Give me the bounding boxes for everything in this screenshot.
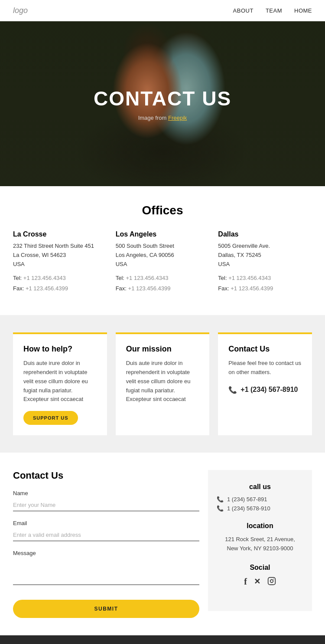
phone-item-1: 📞 1 (234) 567-891 xyxy=(217,496,303,503)
office-fax[interactable]: +1 123.456.4399 xyxy=(231,285,273,292)
info-card-title: Our mission xyxy=(126,345,199,354)
office-name: La Crosse xyxy=(13,230,107,238)
phone-2: 1 (234) 5678-910 xyxy=(227,505,270,512)
info-section: How to help? Duis aute irure dolor in re… xyxy=(0,315,325,453)
office-los-angeles: Los Angeles 500 South South StreetLos An… xyxy=(116,230,210,293)
facebook-icon[interactable]: f xyxy=(244,577,247,588)
location-section: location 121 Rock Sreet, 21 Avenue, New … xyxy=(217,522,303,553)
email-label: Email xyxy=(13,520,199,526)
office-dallas: Dallas 5005 Greenville Ave.Dallas, TX 75… xyxy=(218,230,312,293)
offices-title: Offices xyxy=(13,204,312,217)
hero-caption-text: Image from xyxy=(138,115,167,121)
hero-caption: Image from Freepik xyxy=(94,115,231,121)
freepik-link[interactable]: Freepik xyxy=(168,115,187,121)
svg-rect-0 xyxy=(268,577,275,585)
phone-icon-2: 📞 xyxy=(217,505,224,512)
hero-content: CONTACT US Image from Freepik xyxy=(94,87,231,121)
logo: logo xyxy=(13,6,28,15)
instagram-icon[interactable] xyxy=(267,577,276,588)
office-address: 5005 Greenville Ave.Dallas, TX 75245USA xyxy=(218,242,312,269)
offices-grid: La Crosse 232 Third Street North Suite 4… xyxy=(13,230,312,293)
message-label: Message xyxy=(13,550,199,556)
contact-form-wrapper: Contact Us Name Email Message SUBMIT xyxy=(13,470,199,618)
svg-point-2 xyxy=(273,578,274,579)
info-card-contact: Contact Us Please feel free to contact u… xyxy=(218,332,312,435)
address-line2: New York, NY 92103-9000 xyxy=(227,545,293,552)
office-tel[interactable]: +1 123.456.4343 xyxy=(228,275,271,281)
nav-home[interactable]: HOME xyxy=(294,7,312,14)
location-title: location xyxy=(217,522,303,530)
phone-item-2: 📞 1 (234) 5678-910 xyxy=(217,505,303,512)
footer: Sample text. Click to select the Text El… xyxy=(0,635,325,644)
office-tel[interactable]: +1 123.456.4343 xyxy=(126,275,169,281)
nav-links: ABOUT TEAM HOME xyxy=(233,7,312,14)
info-card-mission: Our mission Duis aute irure dolor in rep… xyxy=(116,332,210,435)
hero-section: CONTACT US Image from Freepik xyxy=(0,21,325,186)
email-field: Email xyxy=(13,520,199,541)
phone-icon-1: 📞 xyxy=(217,496,224,503)
office-tel[interactable]: +1 123.456.4343 xyxy=(23,275,66,281)
office-name: Dallas xyxy=(218,230,312,238)
phone-highlight: 📞 +1 (234) 567-8910 xyxy=(228,386,302,394)
info-card-text: Duis aute irure dolor in reprehenderit i… xyxy=(23,359,97,404)
office-contact: Tel: +1 123.456.4343 Fax: +1 123.456.439… xyxy=(13,273,107,293)
offices-section: Offices La Crosse 232 Third Street North… xyxy=(0,186,325,302)
office-la-crosse: La Crosse 232 Third Street North Suite 4… xyxy=(13,230,107,293)
phone-number: +1 (234) 567-8910 xyxy=(240,386,298,394)
navbar: logo ABOUT TEAM HOME xyxy=(0,0,325,21)
info-card-title: Contact Us xyxy=(228,345,302,354)
email-input[interactable] xyxy=(13,529,199,541)
contact-section: Contact Us Name Email Message SUBMIT cal… xyxy=(0,453,325,635)
call-us-title: call us xyxy=(217,483,303,491)
name-field: Name xyxy=(13,490,199,511)
office-fax[interactable]: +1 123.456.4399 xyxy=(128,285,171,292)
phone-1: 1 (234) 567-891 xyxy=(227,496,267,503)
contact-info-panel: call us 📞 1 (234) 567-891 📞 1 (234) 5678… xyxy=(208,470,312,611)
message-field: Message xyxy=(13,550,199,587)
support-button[interactable]: SUPPORT US xyxy=(23,411,78,425)
name-input[interactable] xyxy=(13,499,199,511)
address-line1: 121 Rock Sreet, 21 Avenue, xyxy=(225,536,295,542)
name-label: Name xyxy=(13,490,199,496)
submit-button[interactable]: SUBMIT xyxy=(13,600,199,618)
office-contact: Tel: +1 123.456.4343 Fax: +1 123.456.439… xyxy=(218,273,312,293)
twitter-x-icon[interactable]: ✕ xyxy=(254,577,260,588)
info-card-help: How to help? Duis aute irure dolor in re… xyxy=(13,332,107,435)
office-address: 232 Third Street North Suite 451La Cross… xyxy=(13,242,107,269)
office-contact: Tel: +1 123.456.4343 Fax: +1 123.456.439… xyxy=(116,273,210,293)
office-address: 500 South South StreetLos Angeles, CA 90… xyxy=(116,242,210,269)
social-section: Social f ✕ xyxy=(217,564,303,588)
location-address: 121 Rock Sreet, 21 Avenue, New York, NY … xyxy=(217,535,303,553)
office-name: Los Angeles xyxy=(116,230,210,238)
nav-team[interactable]: TEAM xyxy=(266,7,282,14)
hero-title: CONTACT US xyxy=(94,87,231,110)
info-card-text: Please feel free to contact us on other … xyxy=(228,359,302,377)
nav-about[interactable]: ABOUT xyxy=(233,7,254,14)
info-grid: How to help? Duis aute irure dolor in re… xyxy=(13,332,312,435)
office-fax[interactable]: +1 123.456.4399 xyxy=(26,285,68,292)
social-title: Social xyxy=(217,564,303,572)
info-card-text: Duis aute irure dolor in reprehenderit i… xyxy=(126,359,199,404)
call-us-section: call us 📞 1 (234) 567-891 📞 1 (234) 5678… xyxy=(217,483,303,512)
info-card-title: How to help? xyxy=(23,345,97,354)
contact-form-title: Contact Us xyxy=(13,470,199,481)
social-icons: f ✕ xyxy=(217,577,303,588)
message-input[interactable] xyxy=(13,559,199,585)
phone-icon: 📞 xyxy=(228,386,237,394)
svg-point-1 xyxy=(270,579,273,582)
